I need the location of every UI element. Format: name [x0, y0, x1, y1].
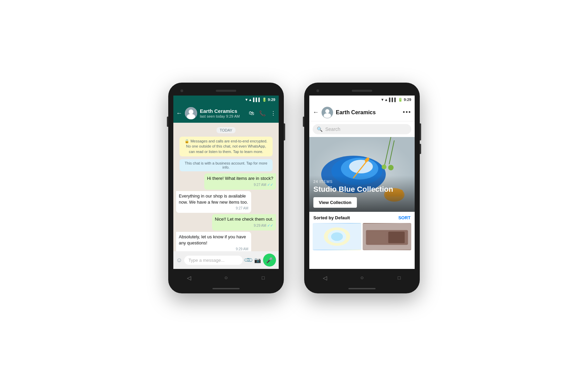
contact-info: Earth Ceramics last seen today 9:29 AM	[200, 108, 246, 118]
svg-point-2	[187, 114, 195, 119]
message-3-time: 9:29 AM ✓✓	[215, 223, 273, 228]
encryption-notice[interactable]: 🔒 Messages and calls are end-to-end encr…	[179, 137, 273, 156]
svg-point-4	[325, 109, 329, 113]
collection-overlay: 24 ITEMS Studio Blue Collection View Col…	[309, 175, 415, 212]
contact-status: last seen today 9:29 AM	[200, 114, 246, 118]
featured-collection: 24 ITEMS Studio Blue Collection View Col…	[309, 137, 415, 212]
wifi-icon-2: ▼▲	[381, 98, 388, 102]
svg-point-5	[324, 113, 331, 118]
shop-icon[interactable]: 🛍	[249, 110, 254, 116]
chat-area: TODAY 🔒 Messages and calls are end-to-en…	[173, 123, 279, 251]
svg-point-22	[331, 232, 343, 241]
camera-button[interactable]: 📷	[254, 257, 261, 263]
front-camera-2	[316, 89, 319, 92]
phone-2-bottom-stripe	[348, 288, 376, 289]
battery-icon-2: 🔋	[398, 98, 403, 102]
products-grid	[309, 223, 415, 254]
view-collection-button[interactable]: View Collection	[313, 197, 357, 208]
catalog-search-bar[interactable]: 🔍 Search	[313, 124, 411, 134]
power-button-2b	[420, 144, 421, 154]
status-bar-1: ▼▲ ▌▌▌ 🔋 9:29	[173, 96, 279, 104]
contact-name: Earth Ceramics	[200, 108, 246, 114]
status-bar-2: ▼▲ ▌▌▌ 🔋 9:29	[309, 96, 415, 104]
svg-rect-25	[369, 232, 385, 243]
attach-button[interactable]: 📎	[243, 255, 254, 265]
volume-button-2	[303, 117, 304, 127]
nav-home-button[interactable]: ○	[222, 274, 230, 281]
svg-point-10	[349, 160, 373, 173]
catalog-avatar	[322, 107, 333, 118]
catalog-header: ← Earth Ceramics •••	[309, 104, 415, 121]
phone-2-screen: ▼▲ ▌▌▌ 🔋 9:29 ← Earth Ceramics ••• 🔍 Sea…	[309, 96, 415, 269]
message-3: Nice!! Let me check them out. 9:29 AM ✓✓	[212, 214, 276, 230]
catalog-back-button[interactable]: ←	[313, 109, 319, 116]
catalog-nav-recents[interactable]: □	[395, 274, 403, 281]
nav-recents-button[interactable]: □	[259, 274, 267, 281]
battery-icon: 🔋	[262, 98, 267, 102]
collection-title: Studio Blue Collection	[313, 185, 411, 194]
message-2: Everything in our shop is available now.…	[176, 191, 251, 213]
status-icons-2: ▼▲ ▌▌▌ 🔋 9:29	[381, 98, 411, 102]
product-thumb-2[interactable]	[363, 223, 411, 250]
message-input-bar: ☺ Type a message... 📎 📷 🎤	[173, 251, 279, 269]
search-icon: 🔍	[317, 126, 323, 132]
power-button-2	[420, 123, 421, 140]
sort-label: Sorted by Default	[313, 215, 350, 220]
more-options-icon[interactable]: ⋮	[271, 110, 276, 117]
search-placeholder: Search	[325, 126, 340, 132]
message-4: Absolutely, let us know if you have any …	[176, 232, 251, 251]
message-4-time: 9:29 AM	[179, 247, 248, 251]
business-notice[interactable]: This chat is with a business account. Ta…	[179, 159, 273, 171]
clock-2: 9:29	[404, 98, 411, 102]
signal-icon: ▌▌▌	[253, 98, 261, 102]
chat-date-label: TODAY	[176, 127, 276, 133]
power-button	[284, 123, 285, 140]
phone-2-nav-bar: ◁ ○ □	[306, 269, 418, 287]
phone-top-bar	[170, 86, 282, 96]
speaker-2	[352, 90, 372, 92]
volume-button	[167, 117, 168, 127]
clock: 9:29	[268, 98, 275, 102]
status-icons-1: ▼▲ ▌▌▌ 🔋 9:29	[245, 98, 275, 102]
wifi-icon: ▼▲	[245, 98, 252, 102]
items-count: 24 ITEMS	[313, 180, 411, 184]
front-camera	[180, 89, 183, 92]
nav-back-button[interactable]: ◁	[185, 274, 193, 281]
message-2-time: 9:27 AM	[179, 206, 248, 211]
phone-1-nav-bar: ◁ ○ □	[170, 269, 282, 287]
sort-bar: Sorted by Default SORT	[309, 212, 415, 223]
message-1-time: 9:27 AM ✓✓	[207, 182, 273, 187]
phone-top-bar-2	[306, 86, 418, 96]
catalog-more-options[interactable]: •••	[403, 109, 411, 116]
catalog-contact-name: Earth Ceramics	[336, 109, 400, 116]
phone-bottom-stripe	[212, 288, 240, 289]
svg-rect-26	[388, 232, 404, 243]
wa-chat-header: ← Earth Ceramics last seen today 9:29 AM…	[173, 104, 279, 123]
phones-container: ▼▲ ▌▌▌ 🔋 9:29 ← Earth Ceramics last seen…	[168, 83, 420, 293]
emoji-button[interactable]: ☺	[176, 257, 182, 264]
call-icon[interactable]: 📞	[259, 110, 266, 117]
catalog-nav-home[interactable]: ○	[358, 274, 366, 281]
signal-icon-2: ▌▌▌	[389, 98, 397, 102]
svg-point-1	[189, 109, 193, 114]
product-thumb-1[interactable]	[313, 223, 361, 250]
sort-button[interactable]: SORT	[398, 215, 411, 220]
mic-icon: 🎤	[266, 257, 273, 263]
phone-1: ▼▲ ▌▌▌ 🔋 9:29 ← Earth Ceramics last seen…	[168, 83, 284, 293]
mic-button[interactable]: 🎤	[263, 254, 276, 267]
message-1: Hi there! What items are in stock? 9:27 …	[204, 173, 276, 190]
header-action-icons: 🛍 📞 ⋮	[249, 110, 276, 117]
svg-point-16	[382, 165, 386, 169]
speaker	[216, 90, 236, 92]
catalog-nav-back[interactable]: ◁	[321, 274, 329, 281]
phone-1-screen: ▼▲ ▌▌▌ 🔋 9:29 ← Earth Ceramics last seen…	[173, 96, 279, 269]
back-button[interactable]: ←	[176, 110, 182, 117]
svg-point-15	[388, 165, 394, 170]
phone-2: ▼▲ ▌▌▌ 🔋 9:29 ← Earth Ceramics ••• 🔍 Sea…	[304, 83, 420, 293]
message-input[interactable]: Type a message...	[184, 256, 243, 265]
contact-avatar	[185, 107, 197, 119]
